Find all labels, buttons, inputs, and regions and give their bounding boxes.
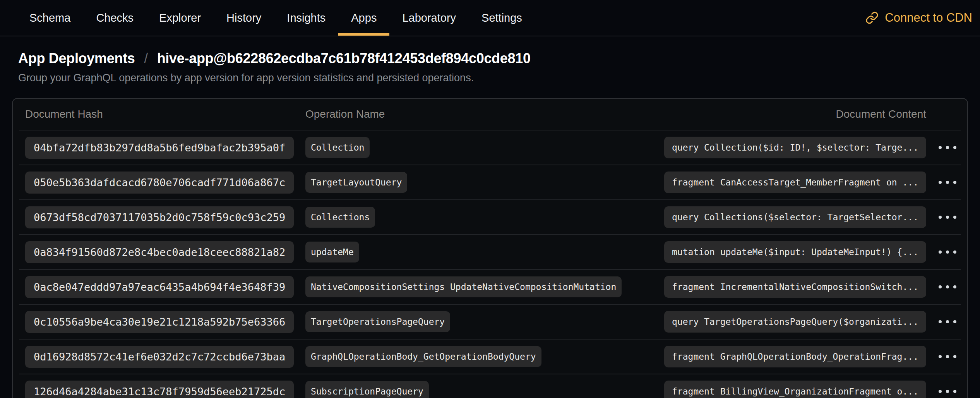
document-hash-cell: 050e5b363dafdcacd6780e706cadf771d06a867c xyxy=(19,172,305,194)
operation-name-cell: NativeCompositionSettings_UpdateNativeCo… xyxy=(305,276,663,297)
ellipsis-icon xyxy=(939,390,942,393)
row-actions-cell xyxy=(934,175,961,189)
breadcrumb: App Deployments / hive-app@b622862ecdba7… xyxy=(18,50,962,67)
top-nav: Schema Checks Explorer History Insights … xyxy=(0,0,980,36)
document-hash-badge: 0a834f91560d872e8c4bec0ade18ceec88821a82 xyxy=(25,241,294,263)
row-actions-cell xyxy=(934,245,961,259)
row-more-menu-button[interactable] xyxy=(935,384,959,398)
document-content-badge: mutation updateMe($input: UpdateMeInput!… xyxy=(664,241,926,263)
row-more-menu-button[interactable] xyxy=(935,350,959,364)
row-actions-cell xyxy=(934,210,961,224)
ellipsis-icon xyxy=(953,320,956,323)
ellipsis-icon xyxy=(953,355,956,358)
nav-item[interactable]: Insights xyxy=(274,0,338,36)
main-content: App Deployments / hive-app@b622862ecdba7… xyxy=(0,50,980,398)
operation-name-badge: TargetOperationsPageQuery xyxy=(305,311,450,332)
document-content-cell: fragment GraphQLOperationBody_OperationF… xyxy=(663,346,934,367)
ellipsis-icon xyxy=(953,146,956,149)
connect-cdn-button[interactable]: Connect to CDN xyxy=(865,0,972,36)
document-content-badge: query Collections($selector: TargetSelec… xyxy=(664,206,926,228)
document-content-badge: query TargetOperationsPageQuery($organiz… xyxy=(664,311,926,333)
nav-item-label: Schema xyxy=(29,12,70,24)
breadcrumb-current-app: hive-app@b622862ecdba7c61b78f412453def89… xyxy=(157,50,531,66)
document-content-cell: query Collections($selector: TargetSelec… xyxy=(663,206,934,228)
breadcrumb-separator: / xyxy=(139,50,153,66)
nav-item[interactable]: Explorer xyxy=(146,0,214,36)
ellipsis-icon xyxy=(939,355,942,358)
document-content-cell: fragment BillingView_OrganizationFragmen… xyxy=(663,381,934,398)
document-content-cell: fragment IncrementalNativeCompositionSwi… xyxy=(663,276,934,298)
nav-item[interactable]: Apps xyxy=(338,0,389,36)
nav-item[interactable]: Checks xyxy=(83,0,146,36)
nav-item[interactable]: Schema xyxy=(17,0,83,36)
nav-item-label: Explorer xyxy=(159,12,201,24)
ellipsis-icon xyxy=(939,181,942,184)
document-hash-badge: 050e5b363dafdcacd6780e706cadf771d06a867c xyxy=(25,172,294,194)
breadcrumb-section[interactable]: App Deployments xyxy=(18,50,135,66)
table-row: 0d16928d8572c41ef6e032d2c7c72ccbd6e73baa… xyxy=(19,339,961,374)
operation-name-cell: Collection xyxy=(305,137,663,158)
row-actions-cell xyxy=(934,141,961,154)
nav-item-label: Laboratory xyxy=(402,12,456,24)
ellipsis-icon xyxy=(939,146,942,149)
connect-cdn-label: Connect to CDN xyxy=(885,11,972,25)
ellipsis-icon xyxy=(946,250,949,254)
row-actions-cell xyxy=(934,350,961,364)
table-body: 04bfa72dfb83b297dd8a5b6fed9bafac2b395a0f… xyxy=(19,130,961,398)
document-hash-cell: 0673df58cd7037117035b2d0c758f59c0c93c259 xyxy=(19,206,305,228)
operation-name-cell: Collections xyxy=(305,207,663,228)
operation-name-cell: TargetLayoutQuery xyxy=(305,172,663,193)
row-more-menu-button[interactable] xyxy=(935,141,959,154)
document-hash-badge: 0d16928d8572c41ef6e032d2c7c72ccbd6e73baa xyxy=(25,346,294,368)
document-hash-badge: 0ac8e047eddd97a97eac6435a4b694f4e3648f39 xyxy=(25,276,294,298)
table-row: 0c10556a9be4ca30e19e21c1218a592b75e63366… xyxy=(19,304,961,339)
document-hash-badge: 126d46a4284abe31c13c78f7959d56eeb21725dc xyxy=(25,381,294,398)
operation-name-badge: TargetLayoutQuery xyxy=(305,172,407,193)
row-more-menu-button[interactable] xyxy=(935,210,959,224)
ellipsis-icon xyxy=(946,355,949,358)
document-hash-cell: 0ac8e047eddd97a97eac6435a4b694f4e3648f39 xyxy=(19,276,305,298)
document-hash-cell: 126d46a4284abe31c13c78f7959d56eeb21725dc xyxy=(19,381,305,398)
document-content-badge: fragment CanAccessTarget_MemberFragment … xyxy=(664,172,926,193)
document-content-badge: fragment IncrementalNativeCompositionSwi… xyxy=(664,276,926,298)
nav-item[interactable]: History xyxy=(214,0,274,36)
ellipsis-icon xyxy=(946,320,949,323)
ellipsis-icon xyxy=(946,390,949,393)
row-actions-cell xyxy=(934,315,961,329)
row-more-menu-button[interactable] xyxy=(935,315,959,329)
row-more-menu-button[interactable] xyxy=(935,245,959,259)
operation-name-badge: updateMe xyxy=(305,242,359,262)
table-row: 0a834f91560d872e8c4bec0ade18ceec88821a82… xyxy=(19,234,961,269)
row-more-menu-button[interactable] xyxy=(935,175,959,189)
document-hash-badge: 04bfa72dfb83b297dd8a5b6fed9bafac2b395a0f xyxy=(25,137,294,159)
operation-name-badge: GraphQLOperationBody_GetOperationBodyQue… xyxy=(305,346,541,367)
nav-item[interactable]: Settings xyxy=(469,0,535,36)
ellipsis-icon xyxy=(939,320,942,323)
ellipsis-icon xyxy=(939,216,942,219)
document-content-cell: query TargetOperationsPageQuery($organiz… xyxy=(663,311,934,333)
document-content-cell: query Collection($id: ID!, $selector: Ta… xyxy=(663,137,934,158)
table-row: 0ac8e047eddd97a97eac6435a4b694f4e3648f39… xyxy=(19,269,961,304)
document-content-badge: fragment GraphQLOperationBody_OperationF… xyxy=(664,346,926,367)
row-more-menu-button[interactable] xyxy=(935,280,959,294)
ellipsis-icon xyxy=(946,181,949,184)
nav-items: Schema Checks Explorer History Insights … xyxy=(17,0,535,36)
table-header-row: Document Hash Operation Name Document Co… xyxy=(19,99,961,130)
nav-item-label: Apps xyxy=(351,12,377,24)
operation-name-cell: GraphQLOperationBody_GetOperationBodyQue… xyxy=(305,346,663,367)
document-hash-cell: 0c10556a9be4ca30e19e21c1218a592b75e63366 xyxy=(19,311,305,333)
ellipsis-icon xyxy=(953,390,956,393)
ellipsis-icon xyxy=(946,146,949,149)
column-header-document-hash: Document Hash xyxy=(19,108,305,120)
column-header-document-content: Document Content xyxy=(663,108,934,120)
ellipsis-icon xyxy=(953,216,956,219)
document-hash-cell: 0d16928d8572c41ef6e032d2c7c72ccbd6e73baa xyxy=(19,346,305,368)
column-header-operation-name: Operation Name xyxy=(305,108,663,120)
row-actions-cell xyxy=(934,280,961,294)
nav-item[interactable]: Laboratory xyxy=(389,0,469,36)
row-actions-cell xyxy=(934,384,961,398)
ellipsis-icon xyxy=(946,216,949,219)
document-content-badge: query Collection($id: ID!, $selector: Ta… xyxy=(664,137,926,158)
operation-name-badge: Collections xyxy=(305,207,375,228)
table-row: 0673df58cd7037117035b2d0c758f59c0c93c259… xyxy=(19,199,961,234)
